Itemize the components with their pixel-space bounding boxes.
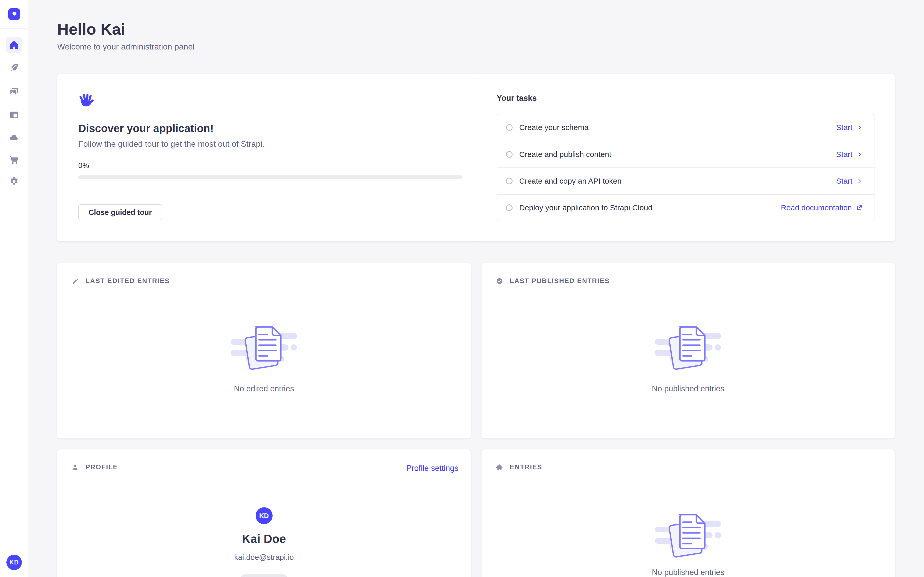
discover-description: Follow the guided tour to get the most o… xyxy=(78,139,265,149)
chevron-right-icon xyxy=(856,124,863,131)
empty-documents-illustration xyxy=(649,320,727,379)
strapi-logo-icon xyxy=(8,8,20,20)
profile-card: PROFILE Profile settings KD Kai Doe kai.… xyxy=(57,449,471,577)
user-avatar[interactable]: KD xyxy=(6,555,22,570)
person-icon xyxy=(72,464,79,471)
empty-documents-illustration xyxy=(226,320,303,379)
profile-email: kai.doe@strapi.io xyxy=(57,553,471,562)
discover-title: Discover your application! xyxy=(78,122,213,135)
sidebar-divider xyxy=(0,29,28,29)
check-circle-icon xyxy=(496,277,503,285)
task-label: Create and publish content xyxy=(519,150,836,159)
task-row: Create and copy an API token Start xyxy=(497,168,874,194)
cart-icon xyxy=(9,155,19,165)
task-radio-icon xyxy=(506,151,512,158)
widget-header: PROFILE xyxy=(72,463,118,471)
task-action-label: Start xyxy=(836,123,852,132)
widget-title: LAST PUBLISHED ENTRIES xyxy=(510,277,610,285)
last-edited-entries-card: LAST EDITED ENTRIES No edited entries xyxy=(57,263,471,438)
external-link-icon xyxy=(856,205,863,211)
widget-header: LAST PUBLISHED ENTRIES xyxy=(496,277,610,285)
feather-icon xyxy=(9,62,19,73)
tasks-list: Create your schema Start Create and publ… xyxy=(497,114,874,221)
sidebar-item-marketplace[interactable] xyxy=(6,152,22,168)
task-radio-icon xyxy=(506,178,512,184)
home-icon xyxy=(9,40,19,50)
task-row: Deploy your application to Strapi Cloud … xyxy=(497,194,874,221)
task-radio-icon xyxy=(506,124,512,131)
page-subtitle: Welcome to your administration panel xyxy=(57,41,195,52)
profile-settings-link[interactable]: Profile settings xyxy=(406,464,459,473)
images-icon xyxy=(9,86,19,97)
sidebar-item-settings[interactable] xyxy=(6,174,22,190)
chevron-right-icon xyxy=(856,151,863,158)
page-title: Hello Kai xyxy=(57,20,125,39)
profile-avatar-initials: KD xyxy=(259,512,269,520)
close-guided-tour-button[interactable]: Close guided tour xyxy=(78,205,162,220)
widget-header: LAST EDITED ENTRIES xyxy=(72,277,170,285)
entries-card: ENTRIES No published entries xyxy=(481,449,895,577)
sidebar: KD xyxy=(0,0,28,577)
task-start-link[interactable]: Start xyxy=(836,150,863,159)
sidebar-item-cloud[interactable] xyxy=(6,129,22,145)
puzzle-icon xyxy=(496,464,503,471)
strapi-logo xyxy=(8,8,20,20)
task-label: Create and copy an API token xyxy=(519,177,836,185)
sidebar-item-home[interactable] xyxy=(6,37,22,53)
empty-message: No published entries xyxy=(481,384,895,393)
task-row: Create and publish content Start xyxy=(497,141,874,168)
read-documentation-link[interactable]: Read documentation xyxy=(781,203,863,212)
layout-icon xyxy=(9,110,19,120)
profile-role-badge xyxy=(240,574,288,577)
sidebar-item-content-manager[interactable] xyxy=(6,60,22,76)
gear-icon xyxy=(9,176,19,187)
empty-documents-illustration xyxy=(649,508,727,566)
pencil-icon xyxy=(72,277,79,285)
task-radio-icon xyxy=(506,205,512,211)
chevron-right-icon xyxy=(856,178,863,184)
task-label: Create your schema xyxy=(519,123,836,132)
sidebar-item-content-type-builder[interactable] xyxy=(6,107,22,123)
widget-title: LAST EDITED ENTRIES xyxy=(86,277,170,285)
tasks-title: Your tasks xyxy=(497,93,537,103)
task-label: Deploy your application to Strapi Cloud xyxy=(519,203,781,212)
user-avatar-initials: KD xyxy=(10,559,19,566)
widget-title: PROFILE xyxy=(86,463,118,471)
guided-tour-card: Discover your application! Follow the gu… xyxy=(57,74,895,241)
task-action-label: Start xyxy=(836,150,852,159)
guided-tour-progress-bar xyxy=(78,176,462,179)
profile-name: Kai Doe xyxy=(57,532,471,546)
widget-header: ENTRIES xyxy=(496,463,542,471)
task-action-label: Read documentation xyxy=(781,203,852,212)
wave-hand-icon xyxy=(78,93,95,108)
last-published-entries-card: LAST PUBLISHED ENTRIES No published entr… xyxy=(481,263,895,438)
sidebar-item-media-library[interactable] xyxy=(6,84,22,100)
empty-message: No published entries xyxy=(481,568,895,577)
task-start-link[interactable]: Start xyxy=(836,123,863,132)
widget-title: ENTRIES xyxy=(510,463,542,471)
progress-percent-label: 0% xyxy=(78,161,89,170)
task-action-label: Start xyxy=(836,177,852,185)
sidebar-bottom-divider xyxy=(0,548,28,548)
task-row: Create your schema Start xyxy=(497,114,874,141)
empty-message: No edited entries xyxy=(57,384,471,393)
profile-avatar: KD xyxy=(256,507,273,524)
cloud-icon xyxy=(9,132,19,143)
task-start-link[interactable]: Start xyxy=(836,177,863,185)
card-divider xyxy=(476,74,476,241)
